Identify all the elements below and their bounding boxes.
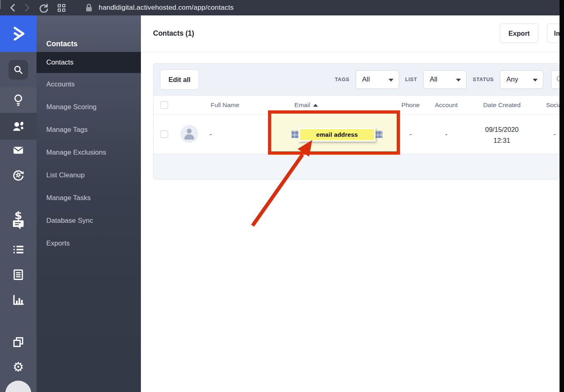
cell-date-created: 09/15/2020 12:31 [485,124,519,146]
select-all-checkbox[interactable] [160,101,168,109]
chevron-down-icon [389,79,393,82]
search-icon[interactable] [9,60,28,80]
sidebar-item-list-cleanup[interactable]: List Cleanup [37,164,141,187]
sort-ascending-icon [313,104,318,107]
sidebar-section-title: Contacts [46,40,78,48]
tags-filter-label: TAGS [335,77,350,82]
header-divider [141,52,564,52]
reload-icon[interactable] [37,0,50,15]
list-filter-dropdown[interactable]: All [423,70,467,89]
sidebar-item-manage-tasks[interactable]: Manage Tasks [37,187,141,209]
icon-sidebar: $ [0,15,37,392]
cell-phone: - [409,114,412,154]
edit-all-button[interactable]: Edit all [160,69,199,90]
activecampaign-logo-icon[interactable] [0,15,37,52]
address-bar[interactable]: handldigital.activehosted.com/app/contac… [99,0,234,15]
page-title: Contacts (1) [153,29,194,38]
person-icon [184,134,194,140]
annotation-arrow [234,137,320,239]
status-filter-dropdown[interactable]: Any [500,70,543,89]
sidebar-item-accounts[interactable]: Accounts [37,73,141,96]
cell-full-name: - [210,114,212,154]
column-date-created[interactable]: Date Created [483,96,521,114]
tab-overview-icon[interactable] [55,0,67,15]
chevron-down-icon [456,79,461,82]
contact-avatar [180,125,198,143]
sidebar-item-manage-exclusions[interactable]: Manage Exclusions [37,141,141,164]
toolbar-separator [0,0,1,9]
redacted-email-right [374,131,382,138]
conversations-icon[interactable] [0,218,37,230]
export-button[interactable]: Export [500,24,538,43]
contacts-icon[interactable] [0,120,37,132]
column-phone[interactable]: Phone [402,96,420,114]
forms-icon[interactable] [0,269,37,281]
lock-icon [83,0,95,15]
tags-filter-value: All [362,71,370,88]
reports-icon[interactable] [0,294,37,306]
sidebar-item-manage-tags[interactable]: Manage Tags [37,118,141,141]
apps-icon[interactable] [0,336,37,348]
tags-filter-dropdown[interactable]: All [356,70,399,89]
screen-edge-black-strip [560,0,564,392]
sidebar-item-exports[interactable]: Exports [37,232,141,255]
person-icon [187,129,192,134]
status-filter-value: Any [506,71,518,88]
sidebar-menu-list: Accounts Manage Scoring Manage Tags Mana… [37,73,141,255]
table-toolbar: Edit all TAGS All LIST All STATUS Any [153,64,559,96]
list-filter-value: All [430,71,437,88]
table-footer-bar [153,154,559,179]
site-tracking-icon[interactable] [0,94,37,106]
back-icon[interactable] [6,0,19,15]
cell-social: - [553,114,556,154]
browser-toolbar: handldigital.activehosted.com/app/contac… [0,0,564,15]
sidebar-item-database-sync[interactable]: Database Sync [37,209,141,232]
contacts-sidebar: Contacts Contacts Accounts Manage Scorin… [37,15,141,392]
account-avatar[interactable] [5,381,31,392]
list-filter-label: LIST [405,77,417,82]
row-checkbox[interactable] [160,130,168,138]
main-content: Contacts (1) Export Import Edit all TAGS… [141,15,564,392]
status-filter-label: STATUS [473,77,494,82]
lists-icon[interactable] [0,243,37,256]
filter-group: TAGS All LIST All STATUS Any [335,70,543,89]
sidebar-item-manage-scoring[interactable]: Manage Scoring [37,96,141,118]
column-account[interactable]: Account [435,96,458,114]
campaigns-mail-icon[interactable] [0,144,37,156]
column-full-name[interactable]: Full Name [211,96,240,114]
sidebar-item-contacts[interactable]: Contacts [37,52,141,73]
cell-account: - [445,114,447,154]
sidebar-item-label: Contacts [46,52,73,73]
automations-icon[interactable] [0,169,37,181]
settings-gear-icon[interactable]: ⚙ [0,361,37,373]
forward-icon[interactable] [21,0,33,15]
app-window: handldigital.activehosted.com/app/contac… [0,0,564,392]
chevron-down-icon [533,79,538,82]
